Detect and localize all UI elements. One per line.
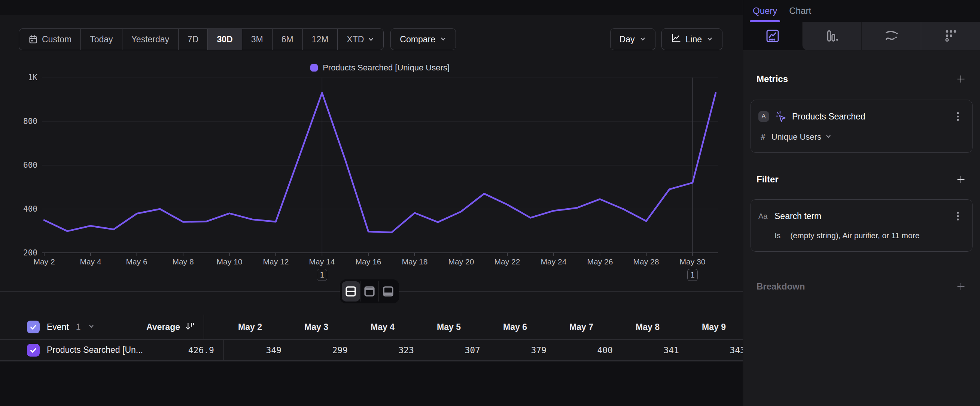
report-tab-retention[interactable]	[921, 22, 980, 50]
date-header-cells: May 2May 3May 4May 5May 6May 7May 8May 9	[204, 322, 726, 332]
chevron-down-icon	[825, 133, 832, 140]
chevron-down-icon	[640, 36, 646, 42]
annotation-badge[interactable]: 1	[317, 269, 327, 281]
average-label: Average	[146, 322, 180, 332]
y-tick-label: 400	[0, 204, 37, 213]
metrics-title: Metrics	[757, 74, 788, 84]
filter-section-header: Filter	[751, 174, 972, 185]
select-all-checkbox[interactable]	[27, 321, 40, 333]
sidebar-tab-query[interactable]: Query	[748, 0, 782, 22]
range-7d-button[interactable]: 7D	[178, 29, 208, 50]
range-yesterday-button[interactable]: Yesterday	[123, 29, 178, 50]
cell-value: 299	[282, 345, 348, 355]
average-header-cell[interactable]: Average	[124, 322, 195, 333]
add-metric-button[interactable]	[955, 73, 967, 84]
results-table: Event 1 Average May 2May 3May 4May 5May …	[0, 315, 743, 361]
filter-property-name[interactable]: Search term	[775, 211, 946, 221]
date-column-header[interactable]: May 5	[395, 322, 461, 332]
event-header-cell: Event 1	[0, 321, 124, 333]
layout-chart-only-button[interactable]	[360, 281, 379, 301]
x-tick-label: May 28	[620, 257, 672, 266]
table-row[interactable]: Products Searched [Un... 426.9 349299323…	[0, 339, 743, 361]
report-type-tabs	[743, 22, 980, 50]
report-tab-flows[interactable]	[861, 22, 921, 50]
line-chart-svg[interactable]	[42, 78, 718, 258]
range-30d-button[interactable]: 30D	[208, 29, 242, 50]
event-sparkle-icon	[775, 110, 786, 123]
range-label: 30D	[217, 35, 232, 45]
range-label: 7D	[188, 35, 198, 45]
chart-type-button[interactable]: Line	[662, 29, 722, 50]
check-icon	[29, 323, 37, 331]
analytics-app: { "toolbar": { "ranges": [ {"label":"Cus…	[0, 0, 980, 406]
sort-descending-icon	[185, 322, 195, 333]
date-column-header[interactable]: May 7	[527, 322, 593, 332]
event-label: Event	[47, 322, 69, 332]
x-tick-label: May 18	[388, 257, 441, 266]
chart-type-label: Line	[686, 35, 702, 45]
date-column-header[interactable]: May 9	[660, 322, 726, 332]
legend-swatch	[310, 64, 318, 72]
annotation-badge[interactable]: 1	[687, 269, 698, 281]
cell-value: 341	[613, 345, 679, 355]
retention-icon	[943, 28, 958, 44]
query-builder: Metrics A Products Searched # Unique Use…	[743, 73, 980, 292]
filter-value[interactable]: (empty string), Air purifier, or 11 more	[790, 231, 920, 240]
y-tick-label: 600	[0, 161, 37, 170]
date-column-header[interactable]: May 3	[262, 322, 328, 332]
date-column-header[interactable]: May 8	[593, 322, 660, 332]
date-column-header[interactable]: May 6	[461, 322, 527, 332]
measure-row: # Unique Users	[758, 132, 965, 142]
cell-value: 379	[480, 345, 547, 355]
report-board: CustomTodayYesterday7D30D3M6M12MXTD Comp…	[0, 15, 743, 362]
split-view-icon	[344, 284, 358, 299]
layout-table-only-button[interactable]	[379, 281, 397, 301]
granularity-button[interactable]: Day	[610, 29, 655, 50]
report-tab-funnel[interactable]	[802, 22, 862, 50]
average-value-cell: 426.9	[143, 345, 214, 355]
range-xtd-button[interactable]: XTD	[338, 29, 383, 50]
filter-menu-button[interactable]	[952, 209, 964, 223]
filter-card[interactable]: Aa Search term Is (empty string), Air pu…	[751, 199, 972, 252]
cell-value: 323	[348, 345, 414, 355]
add-breakdown-button[interactable]	[955, 281, 967, 292]
chevron-down-icon	[706, 35, 713, 45]
range-3m-button[interactable]: 3M	[242, 29, 272, 50]
report-tab-insights[interactable]	[743, 22, 802, 50]
chart-legend[interactable]: Products Searched [Unique Users]	[42, 62, 718, 74]
date-column-header[interactable]: May 2	[204, 322, 262, 332]
measure-selector[interactable]: Unique Users	[772, 132, 832, 142]
x-tick-label: May 16	[342, 257, 395, 266]
metric-card[interactable]: A Products Searched # Unique Users	[751, 100, 972, 153]
add-filter-button[interactable]	[955, 174, 967, 185]
x-tick-label: May 12	[250, 257, 302, 266]
range-custom-button[interactable]: Custom	[19, 29, 81, 50]
kebab-menu-icon	[953, 111, 963, 122]
layout-split-view-button[interactable]	[342, 281, 360, 301]
string-property-icon: Aa	[758, 212, 769, 221]
x-tick-label: May 26	[574, 257, 626, 266]
range-12m-button[interactable]: 12M	[303, 29, 338, 50]
metric-menu-button[interactable]	[952, 110, 964, 123]
table-bottom-icon	[381, 284, 395, 299]
sidebar-tab-chart[interactable]: Chart	[784, 0, 816, 22]
compare-button[interactable]: Compare	[390, 29, 456, 50]
check-icon	[29, 346, 37, 354]
range-label: 6M	[282, 35, 293, 45]
row-checkbox[interactable]	[27, 344, 40, 357]
line-chart[interactable]	[42, 78, 718, 258]
breakdown-title: Breakdown	[757, 281, 805, 292]
date-column-header[interactable]: May 4	[328, 322, 395, 332]
cell-value: 343	[679, 345, 745, 355]
filter-operator[interactable]: Is	[775, 231, 781, 240]
range-6m-button[interactable]: 6M	[272, 29, 303, 50]
metrics-section-header: Metrics	[751, 73, 972, 84]
y-tick-label: 200	[0, 248, 37, 257]
metric-event-name[interactable]: Products Searched	[792, 111, 946, 122]
cell-value: 349	[223, 345, 282, 355]
line-chart-icon	[671, 33, 681, 46]
data-series-line[interactable]	[44, 93, 716, 232]
measure-label: Unique Users	[772, 132, 821, 142]
x-tick-label: May 4	[64, 257, 117, 266]
range-today-button[interactable]: Today	[81, 29, 122, 50]
